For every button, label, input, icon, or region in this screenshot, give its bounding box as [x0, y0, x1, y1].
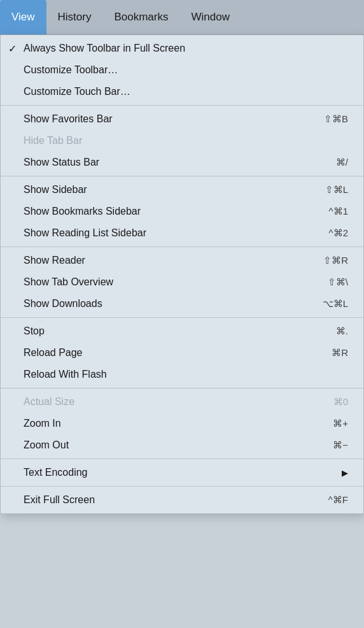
menu-item-label: Show Downloads: [24, 298, 297, 310]
menu-item-label: Show Favorites Bar: [24, 113, 298, 125]
menu-item-customize-toolbar[interactable]: ✓Customize Toolbar…: [1, 59, 363, 81]
menu-item-label: Show Reading List Sidebar: [24, 227, 304, 239]
menu-bar: ViewHistoryBookmarksWindow: [0, 0, 364, 35]
menu-item-hide-tab-bar: ✓Hide Tab Bar: [1, 130, 363, 152]
menu-item-label: Show Status Bar: [24, 157, 311, 168]
checkmark-icon: ✓: [8, 43, 17, 55]
menu-item-reload-page[interactable]: ✓Reload Page⌘R: [1, 342, 363, 364]
menu-item-show-reader[interactable]: ✓Show Reader⇧⌘R: [1, 250, 363, 271]
menu-section-7: ✓Exit Full Screen^⌘F: [1, 487, 363, 513]
menubar-item-window[interactable]: Window: [179, 0, 241, 34]
menu-item-show-downloads[interactable]: ✓Show Downloads⌥⌘L: [1, 293, 363, 315]
menu-item-shortcut: ⌘.: [336, 325, 348, 337]
menu-item-label: Reload With Flash: [24, 369, 348, 380]
view-menu-dropdown: ✓Always Show Toolbar in Full Screen✓Cust…: [0, 35, 364, 514]
menu-section-6: ✓Text Encoding▶: [1, 459, 363, 487]
menu-section-3: ✓Show Reader⇧⌘R✓Show Tab Overview⇧⌘\✓Sho…: [1, 247, 363, 318]
menu-item-label: Exit Full Screen: [24, 494, 303, 506]
menu-item-shortcut: ⌘−: [333, 439, 348, 451]
menu-item-label: Show Reader: [24, 255, 298, 266]
menu-item-reload-with-flash[interactable]: ✓Reload With Flash: [1, 364, 363, 385]
menu-item-label: Reload Page: [24, 347, 306, 359]
menu-section-5: ✓Actual Size⌘0✓Zoom In⌘+✓Zoom Out⌘−: [1, 389, 363, 459]
menu-item-shortcut: ⌥⌘L: [323, 298, 348, 310]
menu-item-label: Show Sidebar: [24, 184, 300, 196]
menubar-item-view[interactable]: View: [0, 0, 46, 34]
menu-item-shortcut: ⇧⌘\: [328, 276, 348, 288]
menu-item-show-status-bar[interactable]: ✓Show Status Bar⌘/: [1, 152, 363, 173]
menu-item-label: Always Show Toolbar in Full Screen: [24, 43, 348, 54]
menu-item-shortcut: ^⌘1: [329, 206, 348, 217]
menu-item-text-encoding[interactable]: ✓Text Encoding▶: [1, 462, 363, 483]
menu-item-shortcut: ^⌘F: [328, 494, 348, 506]
menu-item-exit-full-screen[interactable]: ✓Exit Full Screen^⌘F: [1, 489, 363, 511]
menu-item-shortcut: ^⌘2: [329, 227, 348, 239]
menu-item-shortcut: ⌘0: [333, 396, 348, 408]
menubar-item-history[interactable]: History: [46, 0, 103, 34]
menu-item-always-show-toolbar-in-full-screen[interactable]: ✓Always Show Toolbar in Full Screen: [1, 38, 363, 59]
menu-item-show-bookmarks-sidebar[interactable]: ✓Show Bookmarks Sidebar^⌘1: [1, 201, 363, 222]
menu-section-1: ✓Show Favorites Bar⇧⌘B✓Hide Tab Bar✓Show…: [1, 106, 363, 176]
menu-item-show-sidebar[interactable]: ✓Show Sidebar⇧⌘L: [1, 179, 363, 201]
menu-item-shortcut: ⌘+: [333, 418, 348, 429]
menu-item-show-favorites-bar[interactable]: ✓Show Favorites Bar⇧⌘B: [1, 108, 363, 130]
menu-item-shortcut: ⌘R: [332, 347, 348, 359]
menu-item-shortcut: ⇧⌘L: [325, 184, 348, 196]
menu-item-actual-size: ✓Actual Size⌘0: [1, 391, 363, 413]
menu-item-zoom-out[interactable]: ✓Zoom Out⌘−: [1, 434, 363, 456]
menu-item-label: Show Bookmarks Sidebar: [24, 206, 304, 217]
menu-item-label: Hide Tab Bar: [24, 135, 348, 146]
submenu-arrow-icon: ▶: [342, 468, 348, 478]
menu-item-stop[interactable]: ✓Stop⌘.: [1, 320, 363, 342]
menu-item-label: Customize Toolbar…: [24, 64, 348, 76]
menu-item-label: Stop: [24, 325, 311, 337]
menu-item-zoom-in[interactable]: ✓Zoom In⌘+: [1, 413, 363, 434]
menu-item-label: Zoom In: [24, 418, 307, 429]
menu-item-label: Text Encoding: [24, 467, 335, 478]
menu-item-customize-touch-bar[interactable]: ✓Customize Touch Bar…: [1, 81, 363, 103]
menu-item-label: Customize Touch Bar…: [24, 86, 348, 97]
menu-item-label: Show Tab Overview: [24, 276, 302, 288]
menu-section-0: ✓Always Show Toolbar in Full Screen✓Cust…: [1, 35, 363, 106]
menu-item-show-reading-list-sidebar[interactable]: ✓Show Reading List Sidebar^⌘2: [1, 222, 363, 244]
menu-item-label: Zoom Out: [24, 439, 307, 451]
menu-section-2: ✓Show Sidebar⇧⌘L✓Show Bookmarks Sidebar^…: [1, 176, 363, 247]
menu-item-shortcut: ⇧⌘R: [323, 255, 348, 266]
menu-item-show-tab-overview[interactable]: ✓Show Tab Overview⇧⌘\: [1, 271, 363, 293]
menu-section-4: ✓Stop⌘.✓Reload Page⌘R✓Reload With Flash: [1, 318, 363, 389]
menu-item-shortcut: ⌘/: [336, 157, 348, 168]
menubar-item-bookmarks[interactable]: Bookmarks: [102, 0, 179, 34]
menu-item-label: Actual Size: [24, 396, 308, 408]
menu-item-shortcut: ⇧⌘B: [324, 113, 348, 125]
